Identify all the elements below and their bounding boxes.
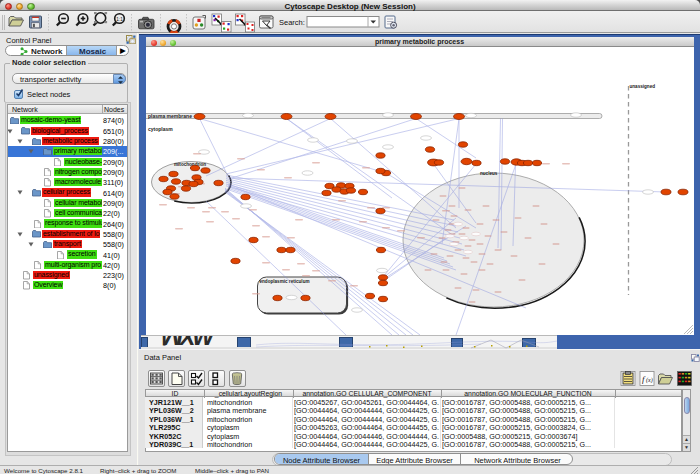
svg-text:cytoplasm: cytoplasm bbox=[148, 126, 173, 132]
svg-text:(x): (x) bbox=[646, 377, 653, 384]
svg-text:unassigned: unassigned bbox=[629, 84, 655, 89]
svg-text:nucleus: nucleus bbox=[480, 170, 498, 175]
svg-text:1:1: 1:1 bbox=[116, 17, 123, 22]
svg-text:Search:: Search: bbox=[279, 18, 305, 27]
svg-text:mitochondrion: mitochondrion bbox=[174, 162, 206, 167]
svg-text:plasma membrane: plasma membrane bbox=[148, 112, 192, 118]
svg-text:endoplasmic reticulum: endoplasmic reticulum bbox=[259, 278, 309, 283]
